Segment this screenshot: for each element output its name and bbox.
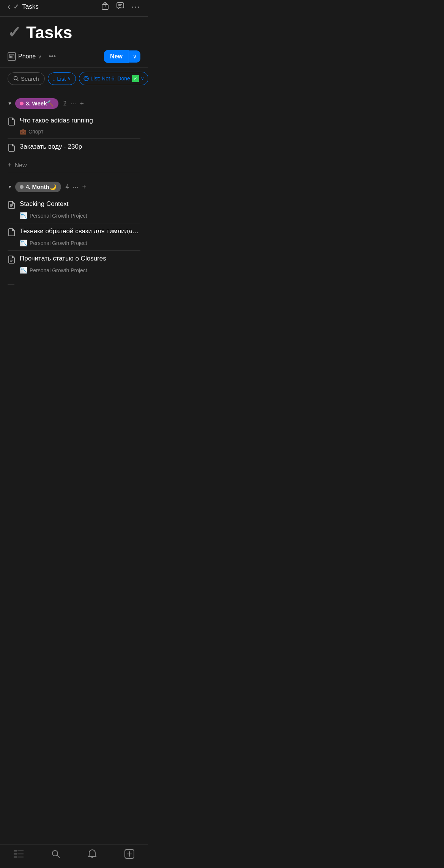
phone-chevron-icon: ∨ <box>38 54 42 60</box>
toolbar-more-button[interactable]: ••• <box>49 53 56 61</box>
task-name: Прочитать статью о Closures <box>20 254 106 263</box>
task-sub: 📉 Personal Growth Project <box>8 267 140 274</box>
week-badge[interactable]: 3. Week🔨 <box>15 98 59 109</box>
nav-left: ‹ ✓ Tasks <box>8 2 39 12</box>
add-new-icon: + <box>8 161 12 169</box>
task-top: Что такое adidas running <box>8 116 140 127</box>
month-label: 4. Month🌙 <box>26 184 57 190</box>
section-week: ▼ 3. Week🔨 2 ··· + Что такое <box>0 96 148 173</box>
week-dot <box>20 102 24 105</box>
nav-check-icon: ✓ <box>13 3 19 11</box>
nav-bar: ‹ ✓ Tasks ··· <box>0 0 148 17</box>
phone-label: Phone <box>18 53 36 60</box>
done-filter-button[interactable]: List: Not 6. Done ✓ ∨ <box>79 72 148 85</box>
task-item[interactable]: Заказать воду - 230р <box>8 139 140 157</box>
list-filter-label: ↓ List <box>53 75 66 82</box>
task-chart-icon: 📉 <box>20 239 27 246</box>
section-month: ▼ 4. Month🌙 4 ··· + <box>0 179 148 328</box>
task-sub: 📉 Personal Growth Project <box>8 239 140 246</box>
back-button[interactable]: ‹ <box>8 2 10 12</box>
task-doc-icon <box>8 228 15 238</box>
phone-button[interactable]: Phone ∨ <box>8 52 42 61</box>
week-count: 2 <box>63 100 66 107</box>
comment-button[interactable] <box>116 2 124 12</box>
svg-rect-8 <box>13 56 13 57</box>
task-project: Personal Growth Project <box>30 213 87 219</box>
content: ▼ 3. Week🔨 2 ··· + Что такое <box>0 96 148 328</box>
phone-icon <box>8 52 16 61</box>
month-count: 4 <box>66 184 69 190</box>
task-doc-icon <box>8 255 15 265</box>
svg-line-13 <box>17 80 19 81</box>
nav-title: Tasks <box>22 3 38 11</box>
dash-row: — <box>0 278 148 290</box>
month-task-list: Stacking Context 📉 Personal Growth Proje… <box>0 196 148 278</box>
done-filter-label: List: Not 6. Done <box>91 75 130 82</box>
section-week-header: ▼ 3. Week🔨 2 ··· + <box>0 96 148 113</box>
month-dot <box>20 185 24 189</box>
svg-point-14 <box>84 76 88 81</box>
task-item[interactable]: Stacking Context 📉 Personal Growth Proje… <box>8 196 140 223</box>
svg-rect-6 <box>10 56 11 57</box>
svg-rect-9 <box>10 57 11 58</box>
section-month-header: ▼ 4. Month🌙 4 ··· + <box>0 179 148 196</box>
toolbar-right: New ∨ <box>104 50 140 63</box>
done-check-icon: ✓ <box>132 75 139 82</box>
week-add-new-button[interactable]: + New <box>0 157 148 173</box>
task-sub: 💼 Спорт <box>8 129 140 135</box>
task-top: Прочитать статью о Closures <box>8 254 140 265</box>
task-item[interactable]: Техники обратной связи для тимлида… 📉 Pe… <box>8 223 140 251</box>
task-project: Personal Growth Project <box>30 267 87 273</box>
svg-rect-11 <box>13 57 13 58</box>
week-label: 3. Week🔨 <box>26 100 54 107</box>
search-button[interactable]: Search <box>8 72 45 85</box>
new-dropdown-button[interactable]: ∨ <box>129 50 140 63</box>
month-more-button[interactable]: ··· <box>72 183 78 191</box>
week-task-list: Что такое adidas running 💼 Спорт <box>0 113 148 157</box>
filter-bar: Search ↓ List ∨ List: Not 6. Done ✓ ∨ <box>0 68 148 90</box>
week-more-button[interactable]: ··· <box>70 100 76 108</box>
task-top: Техники обратной связи для тимлида… <box>8 227 140 238</box>
task-project: Спорт <box>28 129 43 135</box>
task-item[interactable]: Что такое adidas running 💼 Спорт <box>8 113 140 139</box>
task-chart-icon: 📉 <box>20 267 27 274</box>
task-sub: 📉 Personal Growth Project <box>8 212 140 219</box>
header-check-icon: ✓ <box>8 25 21 41</box>
more-button[interactable]: ··· <box>131 2 140 12</box>
toolbar-left: Phone ∨ ••• <box>8 52 56 61</box>
task-name: Stacking Context <box>20 200 69 208</box>
task-doc-icon <box>8 143 15 154</box>
svg-rect-7 <box>11 56 12 57</box>
month-add-button[interactable]: + <box>82 183 86 191</box>
task-name: Заказать воду - 230р <box>20 143 82 151</box>
nav-right: ··· <box>101 2 140 12</box>
task-project: Personal Growth Project <box>30 240 87 246</box>
search-label: Search <box>21 75 39 82</box>
month-chevron-icon[interactable]: ▼ <box>8 184 12 190</box>
week-add-button[interactable]: + <box>80 100 84 108</box>
task-doc-icon <box>8 117 15 127</box>
task-top: Заказать воду - 230р <box>8 143 140 154</box>
share-button[interactable] <box>101 2 109 12</box>
page-title: Tasks <box>26 24 72 41</box>
task-chart-icon: 📉 <box>20 212 27 219</box>
task-name: Техники обратной связи для тимлида… <box>20 227 139 235</box>
task-top: Stacking Context <box>8 200 140 211</box>
task-item[interactable]: Прочитать статью о Closures 📉 Personal G… <box>8 251 140 278</box>
week-chevron-icon[interactable]: ▼ <box>8 101 12 106</box>
section-divider <box>8 173 140 173</box>
add-new-label: New <box>15 162 27 169</box>
task-doc-icon <box>8 201 15 211</box>
toolbar: Phone ∨ ••• New ∨ <box>0 47 148 68</box>
list-filter-chevron: ∨ <box>68 76 71 81</box>
new-button[interactable]: New <box>104 50 129 63</box>
done-filter-chevron: ∨ <box>141 76 144 81</box>
month-badge[interactable]: 4. Month🌙 <box>15 182 61 192</box>
task-name: Что такое adidas running <box>20 116 93 125</box>
task-sub-icon: 💼 <box>20 129 26 135</box>
svg-rect-10 <box>11 57 12 58</box>
list-filter-button[interactable]: ↓ List ∨ <box>48 72 76 85</box>
page-header: ✓ Tasks <box>0 17 148 47</box>
